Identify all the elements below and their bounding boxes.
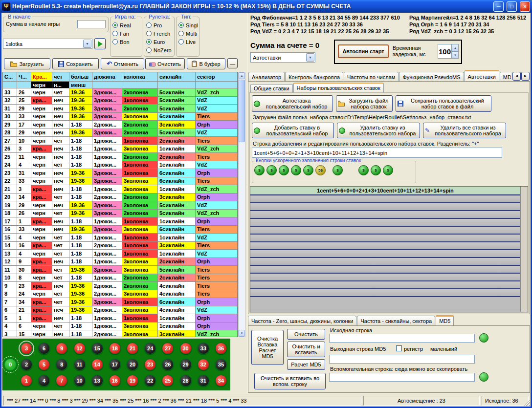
table-row[interactable]: 824чернчет19-362дюжи...3колонка4сиклайнT… [3,290,238,299]
remove-bet-button[interactable]: Удалить ставку из пользовательского набо… [337,123,420,138]
chip-button[interactable]: 5$ [315,165,326,175]
freqtab-Частота - сиклайны, сектора[interactable]: Частота - сиклайны, сектора [357,316,435,325]
spinner-down-icon[interactable]: ▼ [452,51,459,59]
list-row[interactable] [250,227,520,235]
table-row[interactable]: 2710чернчет1-181дюжи...1колонка2сиклайнT… [3,137,238,145]
title-bar[interactable]: Ψ HelperRoullet 5.3- create helperroulle… [0,0,532,13]
board-number-15[interactable]: 15 [91,343,103,354]
load-button[interactable]: Загрузить [4,58,50,69]
table-row[interactable]: 46чернчет1-181дюжи...3колонка1сиклайнOrp… [3,322,238,331]
table-row[interactable]: 734кра...чет19-363дюжи...1колонка6сиклай… [3,298,238,306]
radio-nozero[interactable]: NoZero [146,46,173,54]
freqtab-Частота - Zero, шансы, дюжины, колонки[interactable]: Частота - Zero, шансы, дюжины, колонки [248,316,356,325]
autobets-combobox[interactable]: Автоставки ▼ [250,52,315,63]
table-row[interactable]: 263кра...неч1-181дюжи...3колонка1сиклайн… [3,145,238,153]
table-row[interactable]: 1633черннеч19-363дюжи...3колонка6сиклайн… [3,226,238,234]
scroll-down-icon[interactable]: ▼ [239,330,245,337]
board-number-20[interactable]: 20 [127,359,138,370]
list-row[interactable] [250,235,520,242]
md5-aux-input[interactable] [329,373,475,382]
start-sum-input[interactable] [77,20,106,28]
scroll-up-icon[interactable]: ▲ [239,72,245,79]
board-number-29[interactable]: 29 [180,359,192,370]
table-row[interactable]: 621кра...неч19-362дюжи...3колонка4сиклай… [3,306,238,315]
radio-singl[interactable]: Singl [178,21,198,29]
board-number-34[interactable]: 34 [215,375,227,387]
board-number-14[interactable]: 14 [91,359,103,370]
md5-clear-insert-aux-button[interactable]: Очистить и вставить во вспом. строку [254,373,326,389]
board-number-33[interactable]: 33 [198,343,209,354]
table-row[interactable]: 923кра...неч19-362дюжи...2колонка4сиклай… [3,282,238,290]
table-row[interactable]: 2917черннеч1-182дюжи...2колонка3сиклайнO… [3,121,238,129]
list-row[interactable] [250,258,520,266]
md5-source-go-button[interactable] [479,333,488,343]
board-number-13[interactable]: 13 [91,375,103,387]
board-number-2[interactable]: 2 [21,359,32,370]
board-number-26[interactable]: 26 [162,359,174,370]
board-number-0[interactable]: 0 [4,359,16,370]
md5-source-input[interactable] [329,334,475,343]
play-button[interactable] [94,38,106,49]
chip-button[interactable]: $ [291,165,301,175]
delay-input[interactable] [438,44,452,59]
table-row[interactable]: 1826чернчет19-363дюжи...2колонка5сиклайн… [3,210,238,218]
tab-MD5[interactable]: MD5 [500,72,511,82]
chip-button[interactable]: $ [383,165,393,175]
save-bet-set-file-button[interactable]: Сохранить пользовательский набор ставок … [396,95,491,112]
save-button[interactable]: Сохранить [52,58,99,69]
chip-button[interactable]: $ [266,165,277,175]
copy-to-buffer-button[interactable]: В буфер [187,58,225,69]
tab-Анализатор[interactable]: Анализатор [248,72,285,82]
md5-calc-button[interactable]: Расчет MD5 [287,359,325,370]
list-row[interactable] [250,203,520,211]
board-number-9[interactable]: 9 [56,343,67,354]
chip-button[interactable]: $ [358,165,369,175]
chip-button[interactable]: $ [371,165,381,175]
radio-bon[interactable]: Bon [112,38,141,46]
clear-button[interactable]: Очистить [145,58,185,69]
table-row[interactable]: 129кра...неч1-181дюжи...3колонка2сиклайн… [3,258,238,266]
radio-multi[interactable]: Multi [178,29,198,38]
board-number-17[interactable]: 17 [109,359,121,370]
table-row[interactable]: 3225кра...неч19-363дюжи...1колонка5сикла… [3,97,238,105]
autospin-start-button[interactable]: Автоспин старт [338,44,389,58]
list-row[interactable] [250,289,520,297]
table-row[interactable]: 1929черннеч19-363дюжи...2колонка5сиклайн… [3,201,238,210]
list-row[interactable] [250,281,520,289]
table-row[interactable]: 1416кра...чет1-182дюжи...1колонка3сиклай… [3,242,238,250]
board-number-25[interactable]: 25 [162,375,174,387]
radio-live[interactable]: Live [178,38,198,46]
board-number-23[interactable]: 23 [144,359,156,370]
board-number-32[interactable]: 32 [198,359,209,370]
scroll-thumb[interactable] [239,80,245,142]
board-number-36[interactable]: 36 [215,343,227,354]
board-number-27[interactable]: 27 [162,343,174,354]
table-row[interactable]: 2829черннеч19-363дюжи...2колонка5сиклайн… [3,129,238,137]
chip-button[interactable]: $ [254,165,265,175]
list-row[interactable] [250,250,520,258]
table-row[interactable]: 213кра...неч1-181дюжи...3колонка1сиклайн… [3,185,238,193]
undo-button[interactable]: ↶ Отменить [101,58,144,69]
radio-real[interactable]: Real [112,21,141,29]
table-row[interactable]: 51кра...неч1-181дюжи...1колонка1сиклайнO… [3,314,238,322]
board-number-31[interactable]: 31 [198,375,209,387]
table-row[interactable]: 171кра...неч1-181дюжи...1колонка1сиклайн… [3,217,238,226]
list-row[interactable] [250,274,520,281]
table-scrollbar[interactable]: ▲ ▼ [238,72,245,337]
radio-pro[interactable]: Pro [146,21,173,29]
collapse-button[interactable]: — [227,58,238,68]
tab-Автоставки[interactable]: Автоставки [465,70,499,82]
table-row[interactable]: 2233черннеч19-363дюжи...3колонка6сиклайн… [3,177,238,186]
maximize-button[interactable]: □ [507,1,517,12]
board-number-28[interactable]: 28 [180,375,192,387]
board-number-19[interactable]: 19 [127,375,138,387]
table-row[interactable]: 3129черннеч19-363дюжи...2колонка5сиклайн… [3,105,238,113]
subtab-Наборы пользовательских ставок[interactable]: Наборы пользовательских ставок [293,83,384,92]
board-number-6[interactable]: 6 [38,343,50,354]
table-row[interactable]: 134чернчет1-181дюжи...1колонка1сиклайнVd… [3,250,238,258]
chip-button[interactable]: $ [279,165,289,175]
md5-clear-and-insert-button[interactable]: Очистить и вставить [287,342,325,357]
load-bet-set-file-button[interactable]: Загрузить файл набора ставок [336,95,393,112]
table-row[interactable]: 244чернчет1-181дюжи...1колонка1сиклайнVd… [3,161,238,170]
freqtab-MD5[interactable]: MD5 [436,315,454,325]
